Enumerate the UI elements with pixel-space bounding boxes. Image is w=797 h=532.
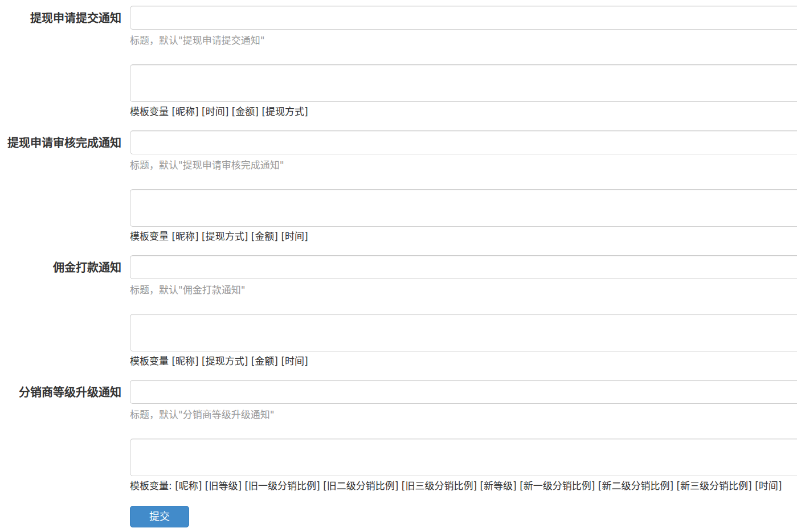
withdraw-submit-title-input[interactable]: [130, 6, 797, 30]
distributor-upgrade-template-textarea[interactable]: [130, 439, 797, 476]
commission-payment-label: 佣金打款通知: [0, 255, 121, 275]
distributor-upgrade-label: 分销商等级升级通知: [0, 380, 121, 399]
distributor-upgrade-title-help: 标题，默认"分销商等级升级通知": [130, 408, 797, 421]
commission-payment-title-input[interactable]: [130, 255, 797, 279]
commission-payment-template-textarea[interactable]: [130, 314, 797, 351]
distributor-upgrade-title-input[interactable]: [130, 380, 797, 404]
commission-payment-title-help: 标题，默认"佣金打款通知": [130, 284, 797, 296]
withdraw-review-template-textarea[interactable]: [130, 189, 797, 227]
withdraw-review-label: 提现申请审核完成通知: [0, 130, 121, 150]
withdraw-submit-template-textarea[interactable]: [130, 64, 797, 102]
withdraw-review-title-help: 标题，默认"提现申请审核完成通知": [130, 159, 797, 171]
notification-template-form: 提现申请提交通知 标题，默认"提现申请提交通知" 模板变量 [昵称] [时间] …: [0, 0, 797, 527]
section-distributor-upgrade-notice: 分销商等级升级通知 标题，默认"分销商等级升级通知" 模板变量: [昵称] [旧…: [0, 380, 797, 499]
section-withdraw-submit-notice: 提现申请提交通知 标题，默认"提现申请提交通知" 模板变量 [昵称] [时间] …: [0, 6, 797, 125]
distributor-upgrade-template-help: 模板变量: [昵称] [旧等级] [旧一级分销比例] [旧二级分销比例] [旧三…: [130, 480, 797, 492]
withdraw-review-title-input[interactable]: [130, 130, 797, 154]
withdraw-submit-template-help: 模板变量 [昵称] [时间] [金额] [提现方式]: [130, 105, 797, 118]
withdraw-submit-title-help: 标题，默认"提现申请提交通知": [130, 34, 797, 47]
submit-row: 提交: [0, 506, 797, 527]
submit-button[interactable]: 提交: [130, 506, 189, 527]
withdraw-submit-label: 提现申请提交通知: [0, 6, 121, 25]
section-withdraw-review-notice: 提现申请审核完成通知 标题，默认"提现申请审核完成通知" 模板变量 [昵称] […: [0, 130, 797, 249]
section-commission-payment-notice: 佣金打款通知 标题，默认"佣金打款通知" 模板变量 [昵称] [提现方式] [金…: [0, 255, 797, 374]
commission-payment-template-help: 模板变量 [昵称] [提现方式] [金额] [时间]: [130, 355, 797, 367]
withdraw-review-template-help: 模板变量 [昵称] [提现方式] [金额] [时间]: [130, 230, 797, 243]
